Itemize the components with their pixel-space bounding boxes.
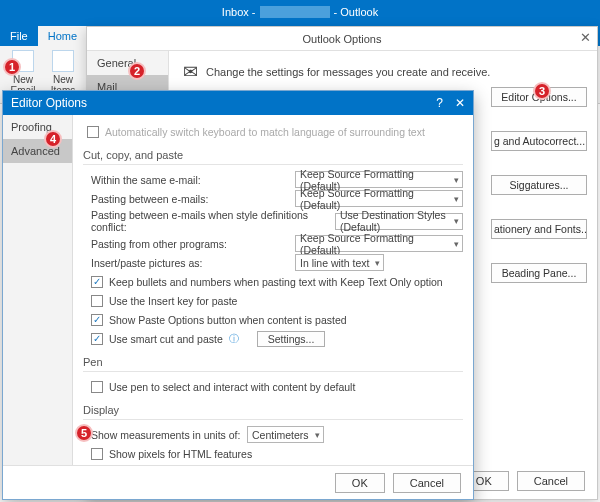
editor-close-icon[interactable]: ✕ [455, 96, 465, 110]
stationery-fonts-button[interactable]: ationery and Fonts... [491, 219, 587, 239]
pen-label: Use pen to select and interact with cont… [109, 381, 355, 393]
keep-bullets-label: Keep bullets and numbers when pasting te… [109, 276, 443, 288]
outlook-options-close-icon[interactable]: ✕ [580, 30, 591, 45]
paste-options-label: Show Paste Options button when content i… [109, 314, 347, 326]
insert-pic-label: Insert/paste pictures as: [91, 257, 289, 269]
auto-keyboard-label: Automatically switch keyboard to match l… [105, 126, 425, 138]
units-dropdown[interactable]: Centimeters [247, 426, 324, 443]
editor-options-titlebar: Editor Options ? ✕ [3, 91, 473, 115]
paste-options-checkbox[interactable] [91, 314, 103, 326]
options-right-buttons: Editor Options... g and Autocorrect... S… [491, 87, 587, 283]
title-redaction [260, 6, 330, 18]
editor-cancel-button[interactable]: Cancel [393, 473, 461, 493]
editor-nav-proofing[interactable]: Proofing [3, 115, 72, 139]
insert-key-label: Use the Insert key for paste [109, 295, 237, 307]
insert-key-checkbox[interactable] [91, 295, 103, 307]
pixels-label: Show pixels for HTML features [109, 448, 252, 460]
title-prefix: Inbox - [222, 6, 256, 18]
spelling-autocorrect-button[interactable]: g and Autocorrect... [491, 131, 587, 151]
main-window-title: Inbox - - Outlook [0, 0, 600, 24]
editor-nav: Proofing Advanced [3, 115, 73, 465]
ccp-header: Cut, copy, and paste [83, 146, 463, 165]
editor-ok-button[interactable]: OK [335, 473, 385, 493]
callout-5: 5 [75, 424, 93, 442]
within-dropdown[interactable]: Keep Source Formatting (Default) [295, 171, 463, 188]
editor-nav-advanced[interactable]: Advanced [3, 139, 72, 163]
options-cancel-button[interactable]: Cancel [517, 471, 585, 491]
editor-options-title: Editor Options [11, 96, 87, 110]
within-label: Within the same e-mail: [91, 174, 289, 186]
tab-file[interactable]: File [0, 26, 38, 46]
help-icon[interactable]: ? [436, 96, 443, 110]
mail-icon: ✉ [183, 61, 198, 83]
pixels-checkbox[interactable] [91, 448, 103, 460]
signatures-button[interactable]: Siggatures... [491, 175, 587, 195]
new-items-icon [52, 50, 74, 72]
reading-pane-button[interactable]: Beading Pane... [491, 263, 587, 283]
units-label: Show measurements in units of: [91, 429, 241, 441]
editor-options-dialog: Editor Options ? ✕ Proofing Advanced Aut… [2, 90, 474, 500]
settings-button[interactable]: Settings... [257, 331, 326, 347]
callout-3: 3 [533, 82, 551, 100]
auto-keyboard-checkbox[interactable] [87, 126, 99, 138]
between-dropdown[interactable]: Keep Source Formatting (Default) [295, 190, 463, 207]
options-desc: Change the settings for messages you cre… [206, 66, 490, 78]
tab-home[interactable]: Home [38, 26, 87, 46]
pen-checkbox[interactable] [91, 381, 103, 393]
other-prog-dropdown[interactable]: Keep Source Formatting (Default) [295, 235, 463, 252]
options-footer: OK Cancel [459, 471, 585, 491]
title-suffix: - Outlook [334, 6, 379, 18]
display-header: Display [83, 401, 463, 420]
smart-cut-label: Use smart cut and paste [109, 333, 223, 345]
callout-4: 4 [44, 130, 62, 148]
smart-cut-checkbox[interactable] [91, 333, 103, 345]
conflict-dropdown[interactable]: Use Destination Styles (Default) [335, 213, 463, 230]
callout-2: 2 [128, 62, 146, 80]
insert-pic-dropdown[interactable]: In line with text [295, 254, 384, 271]
outlook-options-title: Outlook Options ✕ [87, 27, 597, 51]
keep-bullets-checkbox[interactable] [91, 276, 103, 288]
editor-footer: OK Cancel [3, 465, 473, 499]
info-icon[interactable]: ⓘ [229, 332, 239, 346]
conflict-label: Pasting between e-mails when style defin… [91, 209, 329, 233]
callout-1: 1 [3, 58, 21, 76]
between-label: Pasting between e-mails: [91, 193, 289, 205]
other-prog-label: Pasting from other programs: [91, 238, 289, 250]
editor-main: Automatically switch keyboard to match l… [73, 115, 473, 465]
outlook-options-title-text: Outlook Options [303, 33, 382, 45]
pen-header: Pen [83, 353, 463, 372]
